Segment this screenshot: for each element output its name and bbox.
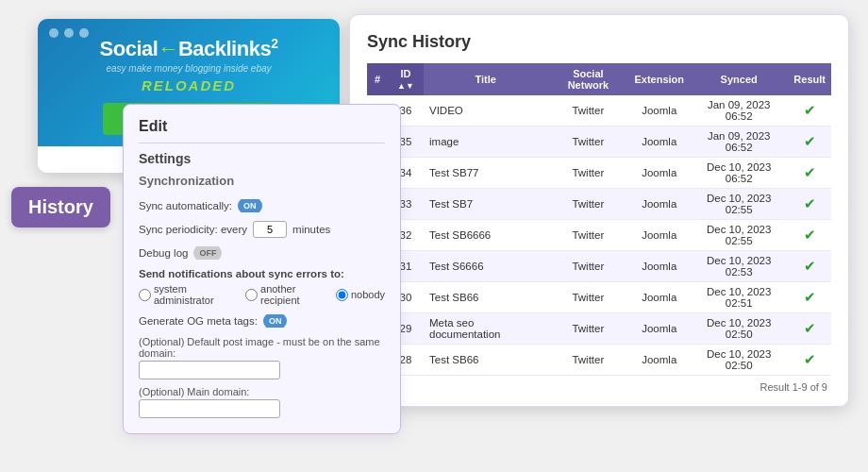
cell-synced: Dec 10, 2023 06:52 [690,158,788,189]
check-icon: ✔ [804,289,816,305]
dot-yellow [64,28,74,38]
table-row: 9 28 Test SB66 Twitter Joomla Dec 10, 20… [367,345,831,376]
sync-auto-toggle[interactable]: ON [238,197,262,214]
cell-extension: Joomla [628,220,690,251]
col-synced: Synced [690,63,788,95]
main-domain-section: (Optional) Main domain: [139,386,385,418]
cell-title: Test SB77 [424,158,547,189]
cell-extension: Joomla [628,282,690,313]
cell-social-network: Twitter [547,282,628,313]
cell-social-network: Twitter [547,345,628,376]
radio-another-input[interactable] [245,289,258,301]
debug-log-label: Debug log [139,247,188,259]
table-row: 8 29 Meta seo documentation Twitter Joom… [367,313,831,345]
check-icon: ✔ [804,195,816,211]
radio-nobody-input[interactable] [336,289,348,301]
result-count: Result 1-9 of 9 [367,381,831,393]
history-label: History [28,196,93,217]
toggle-on-label: ON [238,199,262,212]
dot-green [79,28,89,38]
cell-title: Test SB6666 [424,220,547,251]
check-icon: ✔ [804,320,816,336]
check-icon: ✔ [804,133,816,149]
og-meta-row: Generate OG meta tags: ON [139,312,385,329]
cell-extension: Joomla [628,126,690,158]
table-row: 4 33 Test SB7 Twitter Joomla Dec 10, 202… [367,189,831,220]
table-row: 1 36 VIDEO Twitter Joomla Jan 09, 2023 0… [367,95,831,126]
main-domain-input[interactable] [139,399,280,418]
check-icon: ✔ [804,351,816,367]
cell-social-network: Twitter [547,126,628,158]
radio-nobody-label: nobody [351,289,385,300]
cell-title: VIDEO [424,95,547,126]
radio-another[interactable]: another recipient [245,283,326,306]
cell-title: Test SB66 [424,282,547,313]
cell-synced: Jan 09, 2023 06:52 [690,95,788,126]
cell-result: ✔ [788,313,831,345]
radio-another-label: another recipient [260,283,326,306]
table-row: 5 32 Test SB6666 Twitter Joomla Dec 10, … [367,220,831,251]
cell-synced: Dec 10, 2023 02:50 [690,345,788,376]
og-meta-label: Generate OG meta tags: [139,315,258,327]
cell-social-network: Twitter [547,189,628,220]
notify-label: Send notifications about sync errors to: [139,268,385,279]
cell-title: Test SB66 [424,345,547,376]
og-toggle[interactable]: ON [263,312,288,329]
sync-periodicity-row: Sync periodicity: every minutes [139,221,385,238]
radio-nobody[interactable]: nobody [336,289,385,301]
cell-result: ✔ [788,95,831,126]
sync-history-card: Sync History # ID ▲▼ Title Social Networ… [349,14,849,407]
cell-social-network: Twitter [547,220,628,251]
radio-sys-admin[interactable]: system administrator [139,283,236,306]
main-domain-label: (Optional) Main domain: [139,386,385,397]
cell-result: ✔ [788,158,831,189]
cell-extension: Joomla [628,158,690,189]
default-post-image-section: (Optional) Default post image - must be … [139,336,385,379]
sync-history-table: # ID ▲▼ Title Social Network Extension S… [367,63,831,376]
check-icon: ✔ [804,227,816,243]
table-row: 3 34 Test SB77 Twitter Joomla Dec 10, 20… [367,158,831,189]
cell-synced: Jan 09, 2023 06:52 [690,126,788,158]
cell-result: ✔ [788,126,831,158]
cell-result: ✔ [788,345,831,376]
default-post-image-input[interactable] [139,361,280,379]
cell-title: Test S6666 [424,251,547,282]
sync-history-title: Sync History [367,32,831,52]
cell-social-network: Twitter [547,313,628,345]
cell-synced: Dec 10, 2023 02:55 [690,189,788,220]
sync-section-title: Synchronization [139,174,385,188]
col-id-label: ID [401,68,411,79]
brand-reloaded: Reloaded [53,77,325,93]
cell-extension: Joomla [628,251,690,282]
history-badge[interactable]: History [11,187,110,228]
debug-log-row: Debug log OFF [139,244,385,261]
brand-name: Social←Backlinks2 [53,36,325,61]
table-row: 7 30 Test SB66 Twitter Joomla Dec 10, 20… [367,282,831,313]
sync-periodicity-unit: minutes [292,224,330,235]
cell-synced: Dec 10, 2023 02:50 [690,313,788,345]
table-row: 6 31 Test S6666 Twitter Joomla Dec 10, 2… [367,251,831,282]
window-dots [49,28,89,38]
radio-sys-admin-input[interactable] [139,289,151,301]
table-header-row: # ID ▲▼ Title Social Network Extension S… [367,63,831,95]
cell-extension: Joomla [628,189,690,220]
col-hash: # [367,63,388,95]
cell-title: Meta seo documentation [424,313,547,345]
col-extension: Extension [628,63,690,95]
sync-periodicity-input[interactable] [253,221,287,238]
edit-link[interactable]: Edit [139,118,385,135]
cell-result: ✔ [788,189,831,220]
dot-red [49,28,58,38]
col-id-arrows: ▲▼ [397,81,414,91]
col-result: Result [788,63,831,95]
settings-panel: Edit Settings Synchronization Sync autom… [123,104,401,434]
cell-result: ✔ [788,251,831,282]
cell-result: ✔ [788,220,831,251]
settings-title: Settings [139,151,385,166]
cell-title: image [424,126,547,158]
brand-tagline: easy make money blogging inside ebay [53,63,325,74]
table-row: 2 35 image Twitter Joomla Jan 09, 2023 0… [367,126,831,158]
sync-table-body: 1 36 VIDEO Twitter Joomla Jan 09, 2023 0… [367,95,831,376]
debug-toggle[interactable]: OFF [193,244,222,261]
cell-title: Test SB7 [424,189,547,220]
